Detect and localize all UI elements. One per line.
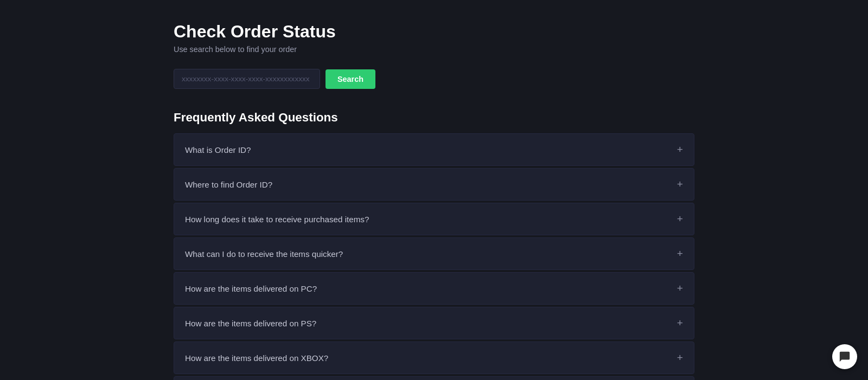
page-title: Check Order Status <box>174 22 694 42</box>
faq-question: How long does it take to receive purchas… <box>185 215 369 224</box>
faq-question: How are the items delivered on PC? <box>185 284 317 293</box>
faq-item[interactable]: How are the items delivered on PS?+ <box>174 307 694 339</box>
expand-icon: + <box>677 178 683 190</box>
expand-icon: + <box>677 282 683 294</box>
expand-icon: + <box>677 144 683 156</box>
faq-question: Where to find Order ID? <box>185 180 272 189</box>
expand-icon: + <box>677 317 683 329</box>
search-row: Search <box>174 69 694 89</box>
order-id-input[interactable] <box>174 69 320 89</box>
search-button[interactable]: Search <box>326 69 375 89</box>
page-subtitle: Use search below to find your order <box>174 45 694 54</box>
faq-item[interactable]: How are the items delivered on PC?+ <box>174 272 694 305</box>
faq-question: What can I do to receive the items quick… <box>185 249 343 259</box>
faq-item[interactable]: How do we find your account on PS / XBOX… <box>174 376 694 380</box>
expand-icon: + <box>677 352 683 364</box>
faq-question: How are the items delivered on PS? <box>185 319 316 328</box>
main-content: Check Order Status Use search below to f… <box>163 0 705 380</box>
faq-item[interactable]: Where to find Order ID?+ <box>174 168 694 201</box>
faq-item[interactable]: How long does it take to receive purchas… <box>174 203 694 235</box>
expand-icon: + <box>677 248 683 260</box>
faq-question: How are the items delivered on XBOX? <box>185 353 328 363</box>
chat-icon <box>839 351 851 363</box>
faq-question: What is Order ID? <box>185 145 251 154</box>
chat-widget[interactable] <box>832 344 857 369</box>
faq-item[interactable]: What is Order ID?+ <box>174 133 694 166</box>
faq-item[interactable]: What can I do to receive the items quick… <box>174 237 694 270</box>
expand-icon: + <box>677 213 683 225</box>
faq-list: What is Order ID?+Where to find Order ID… <box>174 133 694 380</box>
faq-item[interactable]: How are the items delivered on XBOX?+ <box>174 342 694 374</box>
faq-title: Frequently Asked Questions <box>174 111 694 125</box>
